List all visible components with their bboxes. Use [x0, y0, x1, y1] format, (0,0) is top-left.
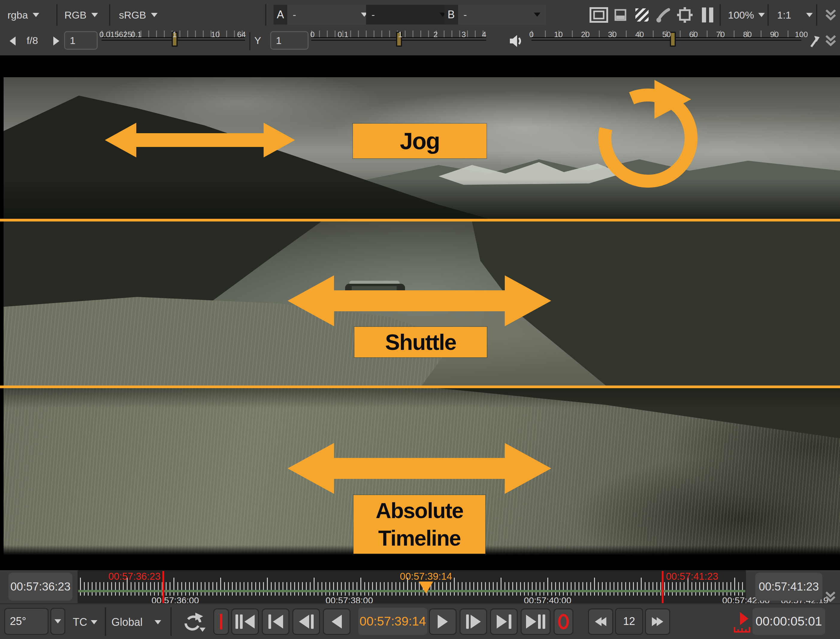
- frame-display-icon[interactable]: [589, 0, 609, 30]
- pixel-aspect-dropdown[interactable]: 1:1: [777, 0, 813, 30]
- divider: [768, 4, 769, 26]
- arrow-head-right: [505, 275, 551, 326]
- absolute-timeline-label: Absolute Timeline: [354, 495, 485, 554]
- display-channel-value: RGB: [64, 9, 86, 21]
- wipe-mode-dropdown[interactable]: -: [366, 5, 451, 25]
- display-channel-dropdown[interactable]: RGB: [64, 0, 98, 30]
- play-forward-button[interactable]: [429, 609, 457, 635]
- range-mode-dropdown[interactable]: Global: [112, 604, 161, 639]
- chevron-down-icon: [91, 620, 97, 624]
- zebra-clipping-icon[interactable]: [634, 0, 649, 30]
- tick-label: 0.1: [338, 30, 348, 39]
- exposure-toolbar: f/8 1 0.0156250.111064 Y 1 00.11234 0102…: [0, 30, 840, 56]
- input-a-dropdown[interactable]: A -: [274, 5, 373, 25]
- tick-label: 10: [211, 30, 220, 39]
- chevron-down-icon: [33, 13, 39, 17]
- out-point-timecode: 00:57:41:23: [666, 571, 718, 582]
- fstop-prev-icon[interactable]: [10, 37, 16, 46]
- viewer-canvas[interactable]: Jog Shuttle: [0, 77, 840, 555]
- skip-back-button[interactable]: [588, 609, 613, 635]
- go-to-end-button[interactable]: [490, 609, 518, 635]
- collapse-timeline-icon[interactable]: [824, 591, 837, 604]
- timeline-ruler[interactable]: 00:57:36:0000:57:38:0000:57:40:0000:57:4…: [78, 570, 746, 603]
- pause-updates-icon[interactable]: [700, 0, 716, 30]
- band-divider: [0, 219, 840, 221]
- gate-overlay-icon[interactable]: [676, 0, 693, 30]
- absolute-line2: Timeline: [378, 525, 461, 552]
- transport-bar: 25° TC Global 00:57:39:14: [0, 603, 840, 639]
- arrow-head-left: [288, 443, 334, 494]
- current-timecode-display[interactable]: 00:57:39:14: [358, 608, 427, 635]
- fps-select[interactable]: 25°: [4, 608, 49, 635]
- fstop-next-icon[interactable]: [53, 37, 59, 46]
- rotate-clockwise-icon: [594, 80, 702, 188]
- jog-label: Jog: [353, 124, 486, 158]
- play-backward-button[interactable]: [323, 609, 351, 635]
- input-b-dropdown[interactable]: B -: [444, 5, 546, 25]
- timecode-mode-dropdown[interactable]: TC: [73, 604, 97, 639]
- in-point-glyph: [220, 614, 222, 629]
- tick-label: 50: [662, 30, 671, 39]
- input-b-value: -: [464, 9, 467, 21]
- colorspace-dropdown[interactable]: sRGB: [119, 0, 158, 30]
- gamma-label: Y: [254, 35, 261, 46]
- input-b-tag: B: [444, 5, 458, 25]
- gain-input[interactable]: 1: [64, 31, 98, 50]
- step-forward-button[interactable]: [459, 609, 487, 635]
- divider: [109, 4, 110, 26]
- divider: [56, 4, 57, 26]
- out-point-marker[interactable]: [662, 571, 663, 603]
- speaker-icon[interactable]: [509, 34, 524, 49]
- chevron-down-icon: [758, 13, 765, 17]
- chevron-down-icon: [151, 13, 158, 17]
- playback-range-icon[interactable]: [733, 612, 751, 634]
- band-divider: [0, 386, 840, 388]
- next-edit-button[interactable]: [521, 609, 551, 635]
- out-point-display[interactable]: 00:57:41:23: [755, 572, 822, 601]
- playback-loop-icon[interactable]: [182, 612, 206, 634]
- arrow-head-left: [105, 123, 136, 157]
- previous-edit-button[interactable]: [231, 609, 259, 635]
- viewer-window: rgba RGB sRGB A - - B: [0, 0, 840, 639]
- fps-value: 25°: [10, 615, 26, 628]
- step-back-button[interactable]: [292, 609, 320, 635]
- frame-increment-input[interactable]: 12: [615, 608, 643, 635]
- tick-label: 3: [462, 30, 466, 39]
- divider: [105, 607, 106, 636]
- absolute-timeline-arrow: [288, 443, 551, 494]
- paintbrush-icon[interactable]: [655, 0, 672, 30]
- collapse-toolbar-icon[interactable]: [823, 0, 838, 30]
- chevron-down-icon: [54, 619, 61, 623]
- divider: [816, 4, 817, 26]
- fps-select-arrow[interactable]: [50, 608, 65, 635]
- absolute-line1: Absolute: [376, 497, 463, 525]
- tick-label: 100: [795, 30, 808, 39]
- tick-label: 10: [554, 30, 563, 39]
- channels-dropdown[interactable]: rgba: [8, 0, 39, 30]
- pointer-mode-icon[interactable]: [809, 35, 821, 50]
- shuttle-label: Shuttle: [354, 327, 487, 358]
- proxy-toggle-icon[interactable]: [614, 0, 627, 30]
- jog-text: Jog: [400, 127, 440, 155]
- in-point-display[interactable]: 00:57:36:23: [8, 572, 72, 601]
- in-point-marker[interactable]: [163, 571, 164, 603]
- duration-display[interactable]: 00:00:05:01: [752, 608, 825, 635]
- playhead-marker[interactable]: [419, 582, 433, 593]
- out-point-button[interactable]: [554, 609, 573, 635]
- zoom-dropdown[interactable]: 100%: [728, 0, 765, 30]
- range-mode-value: Global: [112, 616, 143, 628]
- chevron-down-icon: [155, 620, 161, 624]
- gamma-input[interactable]: 1: [270, 31, 309, 50]
- skip-forward-button[interactable]: [645, 609, 670, 635]
- arrow-head-right: [264, 123, 295, 157]
- tick-label: 30: [608, 30, 617, 39]
- tick-label: 2: [434, 30, 438, 39]
- input-a-tag: A: [274, 5, 287, 25]
- input-a-value: -: [293, 9, 296, 21]
- go-to-start-button[interactable]: [262, 609, 289, 635]
- tick-label: 0: [310, 30, 314, 39]
- collapse-slider-row-icon[interactable]: [824, 34, 837, 48]
- in-point-button[interactable]: [213, 609, 229, 635]
- zoom-value: 100%: [728, 9, 754, 21]
- tick-label: 90: [770, 30, 779, 39]
